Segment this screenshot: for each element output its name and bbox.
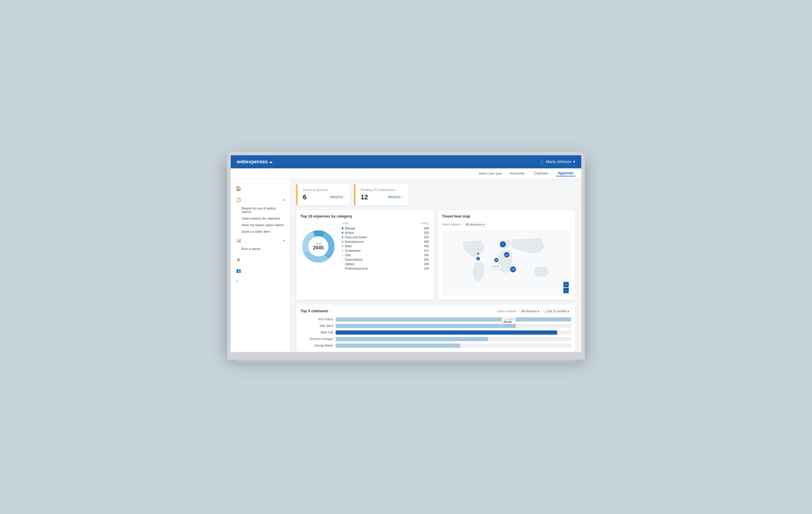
pending-cc-manage-link[interactable]: MANAGE › (388, 195, 402, 199)
claimant-bar-row: Mark Hall (300, 330, 571, 335)
category-dot (342, 228, 343, 229)
sidebar-home[interactable]: 🏠 (231, 183, 290, 194)
category-dot (342, 268, 343, 269)
chevron-up-icon-2: ▲ (282, 238, 285, 242)
sidebar-item-out-of-policy[interactable]: Report on out of policy claims (231, 205, 290, 215)
analytics-icon: 📊 (235, 237, 241, 243)
bar-fill (336, 318, 571, 322)
arrow-right-icon-2: › (402, 195, 402, 199)
logo-text: webexpenses (237, 159, 268, 164)
sidebar-back[interactable]: ← (231, 276, 290, 286)
category-row: Utilities 180 (341, 262, 430, 266)
col-total-header: TOTAL (420, 222, 429, 225)
bar-track (336, 337, 571, 341)
logo: webexpenses ☁ (237, 159, 272, 164)
sidebar-users[interactable]: 👥 (231, 265, 290, 276)
main-content: Claims to process 6 MANAGE › Pending CC … (290, 179, 581, 352)
map-bubble: 101 (510, 266, 516, 272)
category-dot (342, 259, 343, 261)
sidebar-settings[interactable]: ⚙ (231, 254, 290, 265)
claims-manage-text: MANAGE (330, 195, 343, 199)
claimant-name: Mark Hall (300, 331, 333, 334)
category-value: 455 (424, 245, 429, 248)
donut-chart: Total 2045 (300, 229, 336, 264)
top-claimants-panel: Top 5 claimants Select division All divi… (296, 305, 575, 352)
pending-cc-label: Pending CC transactions (361, 188, 402, 191)
claimant-bar-row: Julie Stent 10 CLAIMS 201.30 (300, 324, 571, 328)
claimant-name: Julie Stent (300, 324, 333, 328)
claimants-division-select[interactable]: All divisions ▾ (519, 309, 541, 314)
donut-total-label: Total (313, 242, 324, 245)
donut-total-value: 2045 (313, 245, 324, 250)
category-name: Hotel (345, 245, 352, 248)
category-value: 164 (424, 267, 429, 270)
category-name: Utilities (345, 263, 354, 266)
map-bubble: 7 (476, 257, 480, 261)
bar-track (336, 343, 571, 348)
sidebar-reports-group[interactable]: 📋 ▲ (231, 194, 290, 205)
category-value: 260 (424, 258, 429, 261)
category-row: Sustenance 412 (341, 248, 430, 253)
category-dot (342, 236, 343, 238)
claimant-name: Ken Peters (300, 318, 333, 321)
claimants-filters: Select division All divisions ▾ Last 12 … (497, 309, 571, 314)
users-icon: 👥 (235, 268, 241, 274)
reports-icon: 📋 (235, 196, 241, 203)
sidebar-item-open-claims[interactable]: View my teams open claims (231, 222, 290, 228)
category-value: 560 (424, 231, 429, 235)
map-select-label: Select division (442, 223, 461, 226)
claimants-division-value: All divisions (521, 310, 537, 313)
claims-to-process-card: Claims to process 6 MANAGE › (296, 184, 350, 205)
claimants-period-value: Last 12 months (546, 310, 567, 313)
category-row: Subscriptions 260 (341, 258, 430, 262)
category-name: Entertainment (345, 240, 364, 243)
sidebar-item-query-claim[interactable]: Query a claim item (231, 228, 290, 235)
bar-fill: 10 CLAIMS 201.30 (336, 324, 516, 328)
sub-header: Select user type Accounts Claimant Appro… (231, 168, 581, 179)
chevron-down-icon-map: ▾ (483, 223, 484, 226)
category-value: 534 (424, 236, 429, 239)
sidebar-item-run-report[interactable]: Run a report (231, 245, 290, 252)
category-value: 340 (424, 253, 429, 257)
claims-manage-link[interactable]: MANAGE › (330, 195, 345, 199)
chevron-down-icon-division: ▾ (538, 310, 539, 313)
heatmap-title: Travel heat map (442, 214, 571, 218)
expenses-chart-title: Top 10 expenses by category (300, 214, 430, 218)
user-name: Maria Johnson (546, 159, 572, 164)
category-dot (342, 245, 343, 247)
tab-accounts[interactable]: Accounts (508, 171, 526, 176)
category-name: Gifts (345, 253, 351, 257)
chevron-down-icon-period: ▾ (568, 310, 569, 313)
arrow-right-icon: › (344, 195, 345, 199)
claimants-title: Top 5 claimants (300, 309, 328, 313)
settings-icon: ⚙ (235, 257, 241, 263)
claims-value: 6 (303, 193, 307, 201)
claimants-header: Top 5 claimants Select division All divi… (300, 309, 571, 314)
app-header: webexpenses ☁ 👤 Maria Johnson ▾ (231, 155, 581, 168)
category-name: Sustenance (345, 249, 361, 252)
category-row: Airfare 560 (341, 231, 430, 235)
select-user-type-label: Select user type (478, 172, 502, 175)
chevron-up-icon: ▲ (282, 198, 285, 201)
tab-claimant[interactable]: Claimant (532, 171, 550, 176)
sidebar-analytics-group[interactable]: 📊 ▲ (231, 235, 290, 245)
home-icon: 🏠 (235, 186, 241, 191)
category-row: Professional fees 164 (341, 266, 430, 271)
map-bubble: 12 (494, 258, 498, 262)
map-division-select[interactable]: All devisions ▾ (464, 222, 487, 227)
category-row: Entertainment 508 (341, 240, 430, 244)
expenses-chart-panel: Top 10 expenses by category (296, 210, 434, 300)
map-bubble: 24 (504, 252, 510, 258)
chevron-down-icon: ▾ (573, 159, 575, 164)
tab-approver[interactable]: Approver (556, 171, 575, 176)
pending-cc-manage-text: MANAGE (388, 195, 401, 199)
pending-cc-card: Pending CC transactions 12 MANAGE › (354, 184, 408, 205)
claimant-name: Terrence Finnigan (300, 337, 333, 340)
user-menu[interactable]: 👤 Maria Johnson ▾ (539, 159, 575, 164)
claimants-period-select[interactable]: Last 12 months ▾ (544, 309, 571, 314)
sidebar-item-claim-history[interactable]: Claim history for claimant (231, 215, 290, 222)
category-name: Airfare (345, 231, 353, 235)
category-value: 580 (424, 227, 429, 230)
category-value: 508 (424, 240, 429, 243)
claims-label: Claims to process (303, 188, 345, 191)
